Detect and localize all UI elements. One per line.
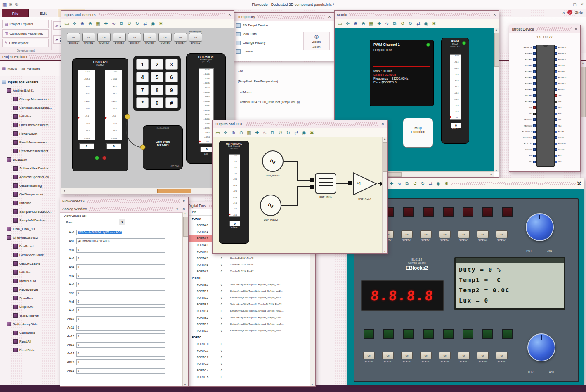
port-button[interactable]: SwitchArraySlide1 Off $PORTA.2 <box>189 31 203 44</box>
tree-item[interactable]: MatchROM <box>0 277 60 285</box>
port-button[interactable]: Off $PORTB.2 <box>97 31 111 44</box>
rotate-ccw-icon[interactable]: ↺ <box>411 180 418 187</box>
chip-pin[interactable]: RD5 <box>555 117 580 123</box>
switch-button[interactable]: Off <box>401 352 413 359</box>
tree-item[interactable]: SwitchArraySlide... <box>0 320 60 329</box>
channel-input[interactable]: 0 <box>76 351 165 357</box>
settings-icon[interactable]: ✱ <box>430 20 437 27</box>
wire-icon[interactable]: ∿ <box>261 129 268 136</box>
channel-input[interactable]: 0 <box>76 299 165 305</box>
chip-pin[interactable]: RE2/AN8 <box>510 99 536 105</box>
chip-pin[interactable]: RA3/AN3 <box>510 68 536 75</box>
tree-item[interactable]: SkipROM <box>0 303 60 311</box>
port-button[interactable]: Off $PORTB.7 <box>173 31 187 44</box>
grid-icon[interactable]: ▦ <box>368 20 375 27</box>
port-switch[interactable]: Off $PORTB.0 <box>363 352 375 363</box>
channel-input[interactable]: 0 <box>76 256 165 261</box>
table-row[interactable]: PORTC.3 0 <box>186 360 310 367</box>
channel-input[interactable]: 0 <box>76 290 165 296</box>
add-component-icon[interactable]: ✚ <box>388 180 395 187</box>
panel-titlebar[interactable]: Matrix ✕ <box>335 11 499 19</box>
port-switch[interactable]: Off $PORTA.2 <box>401 230 413 242</box>
chip-pin[interactable]: RB1/AN12 <box>555 81 580 87</box>
panel-titlebar[interactable]: Flowcode419 ✕ <box>60 197 188 205</box>
pan-icon[interactable]: ✛ <box>222 129 229 136</box>
zoom-in-icon[interactable]: ⊕ <box>230 129 237 136</box>
chip-pin[interactable]: RD2 <box>555 159 580 165</box>
port-switch[interactable]: Off $PORTB.7 <box>496 352 508 363</box>
port-switch[interactable]: Off $PORTA.6 <box>477 230 489 242</box>
chip-pin[interactable]: RA1/AN1 <box>510 56 536 63</box>
chip-pin[interactable]: RC5/SDO <box>555 141 580 147</box>
zoom-out-icon[interactable]: ⊖ <box>238 129 245 136</box>
chip-pin[interactable]: RE0/AN6 <box>510 87 536 93</box>
table-row[interactable]: PORTA.6 0 ComboBL0114.PinA6 <box>186 261 310 268</box>
tree-item[interactable]: ReceiveByte <box>0 285 60 294</box>
dsp-wave2-block[interactable]: ∿ <box>260 195 281 216</box>
chip-pin[interactable]: RD4 <box>555 123 580 129</box>
rotate-ccw-icon[interactable]: ↺ <box>126 20 133 27</box>
chevron-down-icon[interactable]: ▾ <box>119 219 125 225</box>
zoom-out-icon[interactable]: ⊖ <box>87 20 94 27</box>
select-icon[interactable]: ▭ <box>63 20 70 27</box>
settings-icon[interactable]: ✱ <box>157 20 164 27</box>
channel-input[interactable]: 0 <box>76 247 165 253</box>
add-component-icon[interactable]: ✚ <box>253 129 260 136</box>
minimize-button[interactable]: — <box>565 2 569 7</box>
channel-input[interactable]: 0 <box>76 307 165 313</box>
chip-pin[interactable]: RC0/SOSCO <box>510 129 536 135</box>
ribbon-button[interactable]: ✎ Find/Replace <box>2 39 49 47</box>
port-button[interactable]: Off $PORTB.1 <box>82 31 96 44</box>
channel-input[interactable]: 0 <box>76 359 165 365</box>
keypad-key[interactable]: 8 <box>151 85 163 95</box>
switch-button[interactable]: Off <box>420 230 432 238</box>
chip-pin[interactable]: RA7/OSC1 <box>510 117 536 123</box>
table-row[interactable]: PORTB.6 0 SwitchArraySlideTopin3L.keypad… <box>186 321 310 327</box>
port-toggle-button[interactable]: Off <box>82 33 95 42</box>
tree-item[interactable]: ChangeMeasuremen... <box>0 95 60 103</box>
close-icon[interactable]: ✕ <box>227 13 232 17</box>
chip-pin[interactable]: RD3 <box>555 153 580 159</box>
chip-pin[interactable]: RD1 <box>510 159 536 165</box>
switch-button[interactable]: Off <box>496 352 508 359</box>
tree-item[interactable]: Initialise <box>0 268 60 277</box>
table-row[interactable]: PORTB.4 0 SwitchArraySlideTopin3L.keypad… <box>186 307 310 314</box>
port-switch[interactable]: Off $PORTB.3 <box>420 352 432 363</box>
chip-pin[interactable]: RB0/INT <box>555 87 580 93</box>
table-row[interactable]: PORTC.5 0 <box>186 373 310 380</box>
keypad-key[interactable]: 7 <box>136 85 149 95</box>
channel-input[interactable]: 0 <box>76 264 165 270</box>
close-icon[interactable]: ✕ <box>574 27 578 31</box>
keypad-key[interactable]: # <box>165 97 178 108</box>
keypad-key[interactable]: 5 <box>151 72 163 82</box>
add-component-icon[interactable]: ✚ <box>102 20 109 27</box>
voltage-value[interactable]: 0 <box>229 221 240 226</box>
channel-input[interactable]: (4:ComboBL0114.Pot.ADC) <box>76 238 165 244</box>
tree-item[interactable]: ReadMeasurement <box>0 138 60 147</box>
ldr-knob[interactable] <box>527 333 555 361</box>
channel-input[interactable]: 0 <box>76 325 165 331</box>
switch-button[interactable]: Off <box>496 230 508 238</box>
chip-pin[interactable]: RC7/RX <box>555 129 580 135</box>
channel-input[interactable]: 0 <box>76 282 165 287</box>
chip-pin[interactable]: RA0/AN0 <box>510 51 536 57</box>
map-function-block[interactable]: Map Function <box>403 118 433 148</box>
port-toggle-button[interactable]: Off <box>97 33 111 42</box>
chip-pin[interactable]: VSS <box>510 111 536 117</box>
snapshot-icon[interactable]: ◉ <box>149 20 156 27</box>
tree-item[interactable]: ReadState <box>0 346 60 354</box>
meter-pointer[interactable] <box>105 117 107 119</box>
chip-pin[interactable]: RA5/AN5 <box>510 81 536 87</box>
tree-item[interactable]: LINK_LINK_13 <box>0 225 60 233</box>
close-icon[interactable]: ✕ <box>182 199 186 203</box>
pot-knob[interactable] <box>526 213 554 241</box>
light-value[interactable]: 0 <box>200 147 213 152</box>
panel-titlebar[interactable]: Inputs and Sensors ✕ <box>61 11 234 19</box>
port-switch[interactable]: Off $PORTB.2 <box>401 352 413 363</box>
rotate-cw-icon[interactable]: ↻ <box>134 20 141 27</box>
keypad-key[interactable]: 9 <box>165 85 178 95</box>
zoom-button[interactable]: ⊕ Zoom Zoom <box>303 32 330 50</box>
table-row[interactable]: PORTC.1 0 <box>186 347 310 354</box>
switch-button[interactable]: Off <box>439 230 451 238</box>
tree-item[interactable]: SampleAddressedD... <box>0 207 60 216</box>
